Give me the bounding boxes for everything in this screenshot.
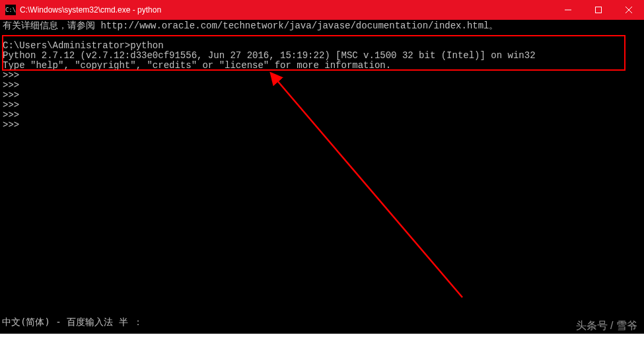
python-banner: Type "help", "copyright", "credits" or "… — [3, 60, 391, 71]
ime-statusbar: 中文(简体) - 百度输入法 半 ： — [2, 317, 143, 328]
cmd-window: C:\ C:\Windows\system32\cmd.exe - python… — [0, 0, 644, 334]
watermark: 头条号 / 雪爷 — [576, 319, 637, 333]
repl-prompt: >>> — [3, 110, 19, 120]
repl-prompt: >>> — [3, 90, 19, 100]
close-button[interactable] — [614, 0, 644, 20]
window-controls — [553, 0, 644, 20]
titlebar[interactable]: C:\ C:\Windows\system32\cmd.exe - python — [0, 0, 644, 20]
terminal-prompt: C:\Users\Administrator>python — [3, 40, 164, 51]
maximize-button[interactable] — [583, 0, 614, 20]
repl-prompt: >>> — [3, 120, 19, 130]
cmd-icon: C:\ — [5, 5, 16, 15]
repl-prompt: >>> — [3, 70, 19, 81]
repl-prompt: >>> — [3, 100, 19, 110]
minimize-button[interactable] — [553, 0, 583, 20]
terminal-area[interactable]: 有关详细信息，请参阅 http://www.oracle.com/technet… — [0, 20, 644, 334]
repl-prompt: >>> — [3, 80, 19, 91]
window-title: C:\Windows\system32\cmd.exe - python — [20, 5, 161, 15]
svg-rect-1 — [596, 7, 602, 13]
terminal-line: 有关详细信息，请参阅 http://www.oracle.com/technet… — [3, 20, 499, 31]
python-banner: Python 2.7.12 (v2.7.12:d33e0cf91556, Jun… — [3, 50, 536, 61]
